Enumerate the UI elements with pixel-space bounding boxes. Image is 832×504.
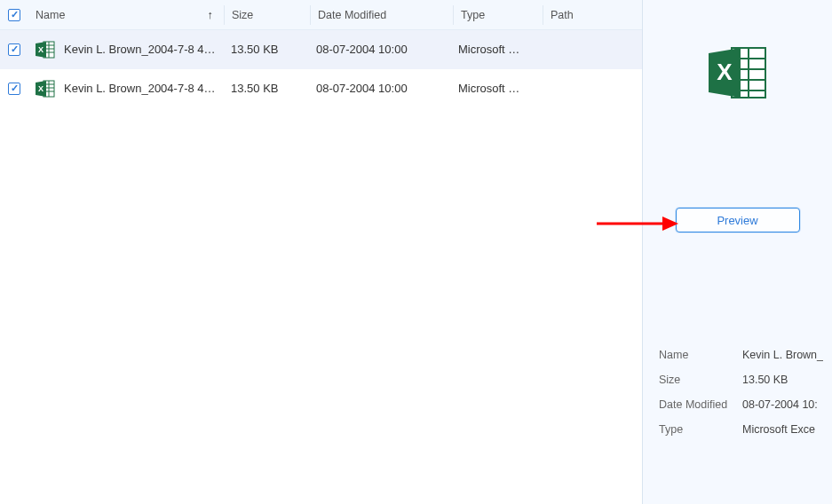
file-rows: X Kevin L. Brown_2004-7-8 4-31-… 13.50 K… [0, 30, 642, 504]
column-header-name[interactable]: Name ↑ [28, 8, 224, 21]
excel-icon: X [707, 44, 769, 101]
table-row[interactable]: X Kevin L. Brown_2004-7-8 4-31-… 13.50 K… [0, 69, 642, 108]
select-all-checkbox[interactable] [8, 9, 20, 21]
detail-value-type: Microsoft Exce [742, 423, 815, 436]
detail-value-name: Kevin L. Brown_ [742, 349, 823, 361]
preview-details: Name Kevin L. Brown_ Size 13.50 KB Date … [659, 343, 832, 442]
row-checkbox[interactable] [8, 43, 20, 56]
preview-button[interactable]: Preview [676, 208, 800, 232]
detail-value-date: 08-07-2004 10: [742, 398, 818, 411]
app-root: Name ↑ Size Date Modified Type Path [0, 0, 832, 504]
detail-label-type: Type [659, 423, 735, 436]
column-header-date[interactable]: Date Modified [311, 9, 453, 21]
column-header-path[interactable]: Path [543, 9, 642, 21]
excel-icon: X [36, 41, 55, 59]
sort-ascending-icon: ↑ [208, 8, 214, 21]
column-header-name-label: Name [36, 9, 65, 21]
file-date: 08-07-2004 10:00 [309, 82, 451, 95]
svg-text:X: X [38, 84, 44, 93]
row-checkbox[interactable] [8, 83, 20, 95]
file-size: 13.50 KB [224, 43, 309, 56]
file-type: Microsoft … [451, 43, 540, 56]
detail-label-date: Date Modified [659, 398, 735, 411]
detail-value-size: 13.50 KB [742, 374, 788, 386]
preview-pane: X Preview Name Kevin L. Brown_ Size 13.5… [643, 0, 832, 504]
svg-text:X: X [38, 45, 44, 54]
column-header-size[interactable]: Size [225, 9, 310, 21]
svg-text:X: X [717, 59, 733, 85]
column-header-type[interactable]: Type [454, 9, 543, 21]
header-checkbox-cell[interactable] [0, 9, 28, 21]
detail-label-size: Size [659, 374, 735, 386]
file-name: Kevin L. Brown_2004-7-8 4-31-… [64, 82, 217, 95]
file-date: 08-07-2004 10:00 [309, 43, 451, 56]
table-row[interactable]: X Kevin L. Brown_2004-7-8 4-31-… 13.50 K… [0, 30, 642, 69]
detail-label-name: Name [659, 349, 735, 361]
column-header-row: Name ↑ Size Date Modified Type Path [0, 0, 642, 30]
file-size: 13.50 KB [224, 82, 309, 95]
file-list-pane: Name ↑ Size Date Modified Type Path [0, 0, 643, 504]
file-name: Kevin L. Brown_2004-7-8 4-31-… [64, 43, 217, 56]
preview-button-label: Preview [717, 214, 757, 227]
file-type: Microsoft … [451, 82, 540, 95]
excel-icon: X [36, 80, 55, 98]
